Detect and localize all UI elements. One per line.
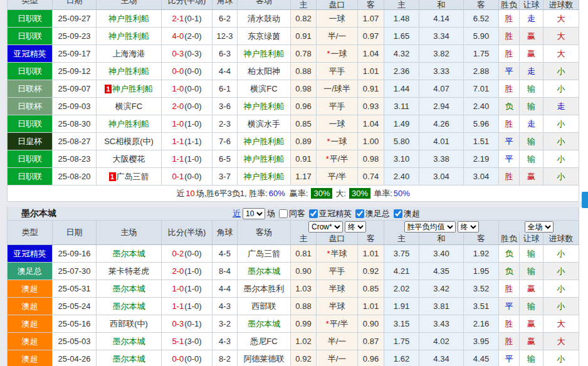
goals-result-cell: 小 <box>543 115 579 133</box>
team-name: 西部联(中) <box>110 318 148 330</box>
ah-line-text: 半/一 <box>328 31 347 42</box>
col-header-label: 角球 <box>213 0 237 5</box>
ah-home-odds: 0.91 <box>291 150 317 168</box>
eu-away-odds: 5.90 <box>464 28 499 45</box>
match-row: 澳超25-05-03墨尔本城5-1(3-0)4-3悉尼FC1.02半/一0.87… <box>7 333 579 350</box>
eu-away-odds: 1.95 <box>464 263 499 280</box>
col-header-eu-away: 客 <box>464 233 499 244</box>
league-filter-checkbox-a-league[interactable] <box>394 209 402 218</box>
fulltime-score: 0-2 <box>172 249 184 258</box>
odds-final-select[interactable]: 终 <box>458 221 479 233</box>
match-row: 日联杯25-09-03横滨FC2-0(0-0)3-6神户胜利船0.96平手0.9… <box>7 98 579 115</box>
col-header-league: 类型 <box>8 221 53 244</box>
handicap-result-cell: 输 <box>520 80 543 98</box>
home-team-cell: 上海海港 <box>97 45 162 63</box>
match-row: 日联杯25-09-071神户胜利船1-0(0-0)6-1横滨FC0.98一/球半… <box>7 80 579 98</box>
away-team-cell: 神户胜利船 <box>238 98 291 115</box>
match-row: 澳超25-05-16西部联(中)0-3(0-1)3-2墨尔本城0.99*平/半0… <box>7 315 579 333</box>
bookmaker-select[interactable]: Crow* <box>308 221 343 233</box>
col-header-label: 让球 <box>523 0 540 10</box>
league-badge: 日职联 <box>8 115 52 132</box>
ah-line-text: 半/一 <box>328 353 347 365</box>
line-change-star: * <box>327 49 330 58</box>
league-filter-checkbox-ffa-cup[interactable] <box>355 209 364 218</box>
league-badge: 亚冠精英 <box>8 45 52 62</box>
team-name: 东京绿茵 <box>248 31 280 42</box>
fulltime-score: 0-1 <box>172 172 184 181</box>
col-header-corners: 角球 <box>213 0 238 10</box>
floating-scroll-button[interactable] <box>582 192 588 208</box>
away-team-cell: 横滨FC <box>238 80 291 98</box>
ah-away-odds: 1.01 <box>358 298 384 315</box>
league-type-cell: 澳超 <box>8 280 53 298</box>
eu-away-odds: 1.92 <box>464 245 499 263</box>
eu-draw-odds: 3.82 <box>419 45 464 63</box>
col-header-corners: 角球 <box>213 221 238 244</box>
ah-away-odds: 1.00 <box>358 133 384 150</box>
col-header-ah-line: 盘口 <box>317 233 358 244</box>
eu-draw-odds: 3.42 <box>419 280 464 298</box>
halftime-score: (0-0) <box>184 249 201 258</box>
team-name: 阿德莱德联 <box>244 353 285 365</box>
score-cell: 4-0(2-0) <box>162 28 213 45</box>
away-team-cell: 阿德莱德联 <box>238 350 291 366</box>
odds-average-select[interactable]: 胜平负均值 <box>404 221 456 233</box>
fulltime-score: 0-0 <box>172 354 184 363</box>
goals-result-cell: 小 <box>543 280 579 298</box>
eu-away-odds: 2.19 <box>464 150 499 168</box>
eu-away-odds: 5.96 <box>464 115 499 133</box>
team-name: 悉尼FC <box>250 336 277 347</box>
col-header-ah-away: 客 <box>358 0 384 10</box>
league-type-cell: 日职联 <box>8 10 53 28</box>
match-row: 澳超25-04-26墨尔本城0-0(0-0)8-2阿德莱德联0.92半/一0.9… <box>7 350 579 366</box>
ah-line-text: 平手 <box>329 266 345 277</box>
fulltime-score: 4-0 <box>172 31 184 41</box>
col-header-goals: 进球数 <box>543 233 579 244</box>
score-cell: 0-2(0-0) <box>162 245 213 263</box>
result-cell: 胜 <box>499 80 520 98</box>
league-badge: 澳超 <box>8 280 52 297</box>
away-team-cell: 神户胜利船 <box>238 133 291 150</box>
league-type-cell: 亚冠精英 <box>8 45 53 63</box>
score-cell: 2-0(0-0) <box>162 98 213 115</box>
league-type-cell: 日联杯 <box>8 80 53 98</box>
away-team-cell: 神户胜利船 <box>238 45 291 63</box>
halftime-score: (0-0) <box>184 354 201 363</box>
goals-result-cell: 小 <box>543 80 579 98</box>
col-header-label: 客场 <box>238 0 290 5</box>
ah-line-cell: 半球 <box>317 280 358 298</box>
ah-line-cell: 半/一 <box>317 28 358 45</box>
result-cell: 胜 <box>499 45 520 63</box>
match-scope-select[interactable]: 全场 <box>525 221 554 233</box>
corners-cell: 3-7 <box>213 168 238 186</box>
ah-line-text: 平手 <box>329 101 345 112</box>
league-type-cell: 日职联 <box>8 28 53 45</box>
near-link[interactable]: 近 <box>233 208 241 219</box>
corners-cell: 6-3 <box>213 45 238 63</box>
match-count-select[interactable]: 10 <box>243 208 265 219</box>
ah-line-text: 半/一 <box>328 336 347 347</box>
same-away-checkbox[interactable] <box>279 209 288 218</box>
eu-away-odds: 4.45 <box>464 350 499 366</box>
league-filter-checkbox-acl[interactable] <box>309 209 318 218</box>
handicap-final-select[interactable]: 终 <box>345 221 366 233</box>
eu-draw-odds: 4.35 <box>419 263 464 280</box>
col-header-eu-home: 主 <box>384 0 419 10</box>
eu-draw-odds: 3.34 <box>419 28 464 45</box>
halftime-score: (0-0) <box>184 102 201 111</box>
ah-away-odds: 1.01 <box>358 245 384 263</box>
goals-result-cell: 大 <box>543 45 579 63</box>
goals-result-cell: 大 <box>543 10 579 28</box>
col-header-eu-home: 主 <box>384 233 419 244</box>
handicap-result-cell: 输 <box>520 298 543 315</box>
home-team-cell: 神户胜利船 <box>97 28 162 45</box>
goals-result-cell: 小 <box>543 298 579 315</box>
ah-line-text: 半球 <box>329 283 345 295</box>
ah-line-cell: 平手 <box>317 98 358 115</box>
col-header-result: 胜负 <box>499 0 520 10</box>
result-cell: 胜 <box>499 168 520 186</box>
away-team-cell: 广岛三箭 <box>238 245 291 263</box>
home-team-cell: 墨尔本城 <box>97 280 162 298</box>
handicap-result-cell: 赢 <box>520 315 543 333</box>
home-team-cell: 横滨FC <box>97 98 162 115</box>
